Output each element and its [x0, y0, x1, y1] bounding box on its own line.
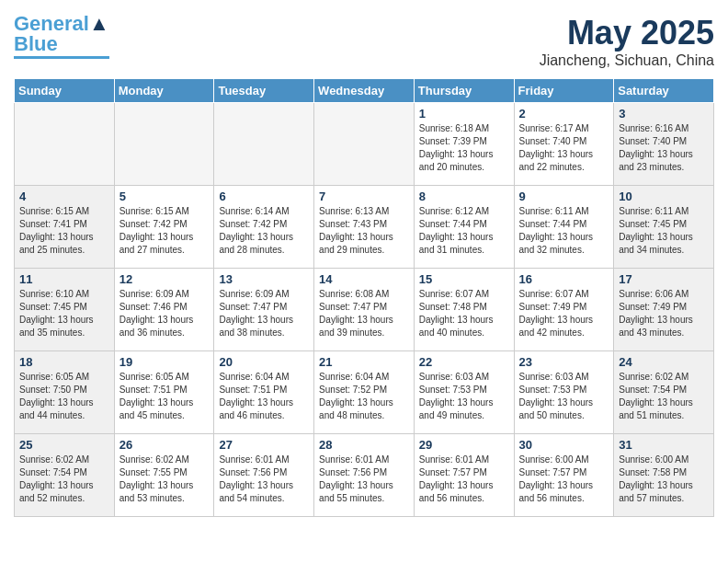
- day-info: Sunrise: 6:01 AM Sunset: 7:57 PM Dayligh…: [419, 454, 509, 505]
- day-info: Sunrise: 6:15 AM Sunset: 7:41 PM Dayligh…: [19, 205, 109, 257]
- day-number: 25: [19, 438, 109, 452]
- calendar-day-cell: 29Sunrise: 6:01 AM Sunset: 7:57 PM Dayli…: [414, 434, 514, 517]
- day-number: 29: [419, 438, 509, 452]
- day-number: 7: [319, 190, 409, 203]
- calendar-day-cell: [214, 103, 314, 186]
- month-title: May 2025: [540, 14, 714, 52]
- calendar-day-cell: [314, 103, 415, 186]
- day-number: 15: [419, 272, 509, 286]
- day-number: 27: [219, 438, 309, 452]
- calendar-body: 1Sunrise: 6:18 AM Sunset: 7:39 PM Daylig…: [15, 103, 714, 517]
- day-number: 19: [119, 355, 210, 369]
- calendar-day-cell: [114, 103, 214, 186]
- calendar-weekday-header: Friday: [514, 79, 614, 103]
- logo-underline: [14, 56, 109, 59]
- day-number: 28: [319, 438, 409, 452]
- calendar-day-cell: 7Sunrise: 6:13 AM Sunset: 7:43 PM Daylig…: [314, 186, 415, 269]
- day-number: 18: [19, 355, 109, 369]
- day-info: Sunrise: 6:09 AM Sunset: 7:47 PM Dayligh…: [219, 288, 309, 339]
- calendar-weekday-header: Wednesday: [314, 79, 415, 103]
- day-number: 16: [519, 272, 609, 286]
- day-info: Sunrise: 6:16 AM Sunset: 7:40 PM Dayligh…: [619, 122, 709, 174]
- calendar-day-cell: 12Sunrise: 6:09 AM Sunset: 7:46 PM Dayli…: [114, 269, 214, 351]
- day-info: Sunrise: 6:00 AM Sunset: 7:57 PM Dayligh…: [519, 454, 609, 505]
- calendar-day-cell: 28Sunrise: 6:01 AM Sunset: 7:56 PM Dayli…: [314, 434, 415, 517]
- calendar-day-cell: 5Sunrise: 6:15 AM Sunset: 7:42 PM Daylig…: [114, 186, 214, 269]
- calendar-day-cell: 26Sunrise: 6:02 AM Sunset: 7:55 PM Dayli…: [114, 434, 214, 517]
- calendar-day-cell: 23Sunrise: 6:03 AM Sunset: 7:53 PM Dayli…: [514, 351, 614, 434]
- day-info: Sunrise: 6:12 AM Sunset: 7:44 PM Dayligh…: [419, 205, 509, 257]
- day-info: Sunrise: 6:14 AM Sunset: 7:42 PM Dayligh…: [219, 205, 309, 257]
- day-number: 20: [219, 355, 309, 369]
- day-info: Sunrise: 6:02 AM Sunset: 7:54 PM Dayligh…: [19, 454, 109, 505]
- day-info: Sunrise: 6:03 AM Sunset: 7:53 PM Dayligh…: [519, 371, 609, 422]
- logo: General▲ Blue: [14, 14, 109, 59]
- day-number: 5: [119, 190, 210, 203]
- calendar-day-cell: 21Sunrise: 6:04 AM Sunset: 7:52 PM Dayli…: [314, 351, 415, 434]
- calendar-table: SundayMondayTuesdayWednesdayThursdayFrid…: [14, 78, 714, 517]
- calendar-day-cell: 19Sunrise: 6:05 AM Sunset: 7:51 PM Dayli…: [114, 351, 214, 434]
- day-number: 23: [519, 355, 609, 369]
- day-number: 4: [19, 190, 109, 203]
- day-info: Sunrise: 6:07 AM Sunset: 7:48 PM Dayligh…: [419, 288, 509, 339]
- day-number: 1: [419, 107, 509, 121]
- calendar-weekday-header: Thursday: [414, 79, 514, 103]
- calendar-day-cell: 30Sunrise: 6:00 AM Sunset: 7:57 PM Dayli…: [514, 434, 614, 517]
- day-number: 6: [219, 190, 309, 203]
- calendar-day-cell: 20Sunrise: 6:04 AM Sunset: 7:51 PM Dayli…: [214, 351, 314, 434]
- calendar-day-cell: 25Sunrise: 6:02 AM Sunset: 7:54 PM Dayli…: [15, 434, 115, 517]
- title-block: May 2025 Jiancheng, Sichuan, China: [540, 14, 714, 69]
- calendar-day-cell: 6Sunrise: 6:14 AM Sunset: 7:42 PM Daylig…: [214, 186, 314, 269]
- calendar-week-row: 18Sunrise: 6:05 AM Sunset: 7:50 PM Dayli…: [15, 351, 714, 434]
- calendar-day-cell: 2Sunrise: 6:17 AM Sunset: 7:40 PM Daylig…: [514, 103, 614, 186]
- calendar-day-cell: 27Sunrise: 6:01 AM Sunset: 7:56 PM Dayli…: [214, 434, 314, 517]
- calendar-week-row: 11Sunrise: 6:10 AM Sunset: 7:45 PM Dayli…: [15, 269, 714, 351]
- day-number: 14: [319, 272, 409, 286]
- calendar-day-cell: 24Sunrise: 6:02 AM Sunset: 7:54 PM Dayli…: [614, 351, 714, 434]
- calendar-week-row: 1Sunrise: 6:18 AM Sunset: 7:39 PM Daylig…: [15, 103, 714, 186]
- day-number: 21: [319, 355, 409, 369]
- calendar-week-row: 4Sunrise: 6:15 AM Sunset: 7:41 PM Daylig…: [15, 186, 714, 269]
- calendar-weekday-header: Monday: [114, 79, 214, 103]
- day-info: Sunrise: 6:17 AM Sunset: 7:40 PM Dayligh…: [519, 122, 609, 174]
- day-info: Sunrise: 6:05 AM Sunset: 7:50 PM Dayligh…: [19, 371, 109, 422]
- day-info: Sunrise: 6:05 AM Sunset: 7:51 PM Dayligh…: [119, 371, 210, 422]
- day-info: Sunrise: 6:01 AM Sunset: 7:56 PM Dayligh…: [219, 454, 309, 505]
- calendar-day-cell: 31Sunrise: 6:00 AM Sunset: 7:58 PM Dayli…: [614, 434, 714, 517]
- logo-blue: Blue: [14, 32, 58, 55]
- day-number: 24: [619, 355, 709, 369]
- day-info: Sunrise: 6:10 AM Sunset: 7:45 PM Dayligh…: [19, 288, 109, 339]
- day-info: Sunrise: 6:09 AM Sunset: 7:46 PM Dayligh…: [119, 288, 210, 339]
- day-info: Sunrise: 6:02 AM Sunset: 7:55 PM Dayligh…: [119, 454, 210, 505]
- calendar-day-cell: 10Sunrise: 6:11 AM Sunset: 7:45 PM Dayli…: [614, 186, 714, 269]
- day-info: Sunrise: 6:18 AM Sunset: 7:39 PM Dayligh…: [419, 122, 509, 174]
- calendar-day-cell: 11Sunrise: 6:10 AM Sunset: 7:45 PM Dayli…: [15, 269, 115, 351]
- day-number: 3: [619, 107, 709, 121]
- day-info: Sunrise: 6:04 AM Sunset: 7:52 PM Dayligh…: [319, 371, 409, 422]
- day-number: 2: [519, 107, 609, 121]
- day-number: 8: [419, 190, 509, 203]
- calendar-day-cell: 16Sunrise: 6:07 AM Sunset: 7:49 PM Dayli…: [514, 269, 614, 351]
- day-number: 22: [419, 355, 509, 369]
- calendar-weekday-header: Saturday: [614, 79, 714, 103]
- day-info: Sunrise: 6:07 AM Sunset: 7:49 PM Dayligh…: [519, 288, 609, 339]
- day-info: Sunrise: 6:04 AM Sunset: 7:51 PM Dayligh…: [219, 371, 309, 422]
- calendar-day-cell: [15, 103, 115, 186]
- day-number: 31: [619, 438, 709, 452]
- calendar-day-cell: 9Sunrise: 6:11 AM Sunset: 7:44 PM Daylig…: [514, 186, 614, 269]
- calendar-week-row: 25Sunrise: 6:02 AM Sunset: 7:54 PM Dayli…: [15, 434, 714, 517]
- calendar-day-cell: 18Sunrise: 6:05 AM Sunset: 7:50 PM Dayli…: [15, 351, 115, 434]
- location: Jiancheng, Sichuan, China: [540, 52, 714, 69]
- calendar-day-cell: 4Sunrise: 6:15 AM Sunset: 7:41 PM Daylig…: [15, 186, 115, 269]
- calendar-weekday-header: Sunday: [15, 79, 115, 103]
- day-number: 12: [119, 272, 210, 286]
- day-info: Sunrise: 6:00 AM Sunset: 7:58 PM Dayligh…: [619, 454, 709, 505]
- day-info: Sunrise: 6:15 AM Sunset: 7:42 PM Dayligh…: [119, 205, 210, 257]
- calendar-weekday-header: Tuesday: [214, 79, 314, 103]
- day-number: 11: [19, 272, 109, 286]
- day-info: Sunrise: 6:01 AM Sunset: 7:56 PM Dayligh…: [319, 454, 409, 505]
- day-info: Sunrise: 6:03 AM Sunset: 7:53 PM Dayligh…: [419, 371, 509, 422]
- calendar-day-cell: 17Sunrise: 6:06 AM Sunset: 7:49 PM Dayli…: [614, 269, 714, 351]
- calendar-day-cell: 1Sunrise: 6:18 AM Sunset: 7:39 PM Daylig…: [414, 103, 514, 186]
- day-info: Sunrise: 6:11 AM Sunset: 7:45 PM Dayligh…: [619, 205, 709, 257]
